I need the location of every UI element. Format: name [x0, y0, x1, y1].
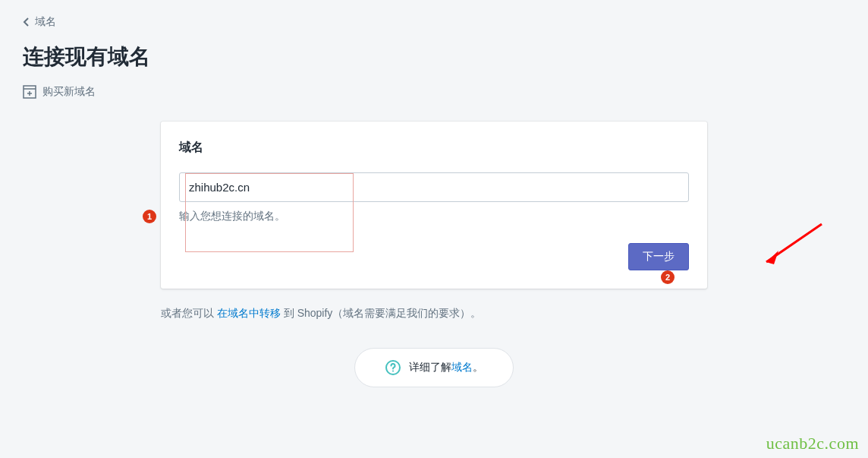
transfer-text: 或者您可以 在域名中转移 到 Shopify（域名需要满足我们的要求）。 — [161, 307, 707, 321]
learn-more-domain-link[interactable]: 域名 — [451, 361, 473, 374]
breadcrumb-label: 域名 — [35, 15, 56, 29]
buy-new-domain-link[interactable]: 购买新域名 — [23, 85, 845, 99]
next-button[interactable]: 下一步 — [628, 243, 689, 270]
domain-helper-text: 输入您想连接的域名。 — [179, 210, 689, 223]
domain-input[interactable] — [179, 172, 689, 202]
svg-point-5 — [392, 371, 394, 372]
card-title: 域名 — [179, 140, 689, 156]
watermark: ucanb2c.com — [766, 434, 859, 453]
question-circle-icon — [385, 359, 401, 376]
chevron-left-icon — [23, 17, 30, 27]
annotation-badge-1: 1 — [143, 210, 156, 223]
page-title: 连接现有域名 — [23, 43, 845, 71]
info-pill: 详细了解 域名。 — [354, 348, 514, 387]
breadcrumb-back[interactable]: 域名 — [23, 15, 845, 29]
buy-new-domain-label: 购买新域名 — [42, 85, 96, 99]
domain-card: 域名 输入您想连接的域名。 下一步 — [161, 122, 707, 289]
add-calendar-icon — [23, 85, 36, 99]
transfer-domain-link[interactable]: 在域名中转移 — [217, 307, 281, 319]
annotation-badge-2: 2 — [661, 270, 675, 284]
